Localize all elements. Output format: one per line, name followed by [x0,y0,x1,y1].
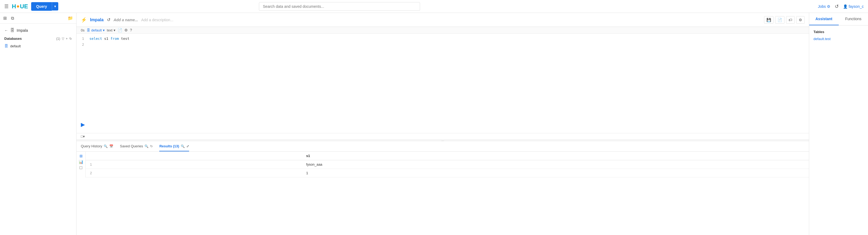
databases-count: (1) [56,37,60,40]
editor-engine-title: Impala [90,18,104,22]
filter-icon[interactable]: ▽ [62,37,64,40]
run-button[interactable]: ▶ [81,121,85,128]
query-history-search-icon[interactable]: 🔍 [104,144,108,148]
table-row-select-icon[interactable]: ☐ [79,166,83,170]
results-area: Query History 🔍 📅 Saved Queries 🔍 ↻ Resu… [76,140,809,235]
line-numbers: 1 2 [76,36,87,131]
sidebar-section-controls: (1) ▽ + ↻ [56,37,72,40]
results-table-icons: ⊞ 📊 ☐ [76,152,86,177]
right-sidebar: Assistant Functions Tables default.test [809,13,868,235]
tag-button[interactable]: 🏷 [786,16,795,24]
sidebar-item-default[interactable]: 🗄 default [2,42,74,50]
tab-assistant[interactable]: Assistant [809,13,839,25]
logo-h: H [12,3,16,10]
editor-desc-input[interactable]: Add a description... [141,18,174,22]
toolbar-settings-icon[interactable]: ⚙ [124,28,128,32]
impala-engine-icon: ⚡ [81,17,87,23]
results-label: Results (13) [159,144,179,148]
editor-name-input[interactable]: Add a name... [114,18,138,22]
saved-queries-label: Saved Queries [120,144,143,148]
row-num-header [86,152,302,160]
results-expand-icon[interactable]: ⤢ [186,144,189,148]
row-2-num: 2 [86,169,302,177]
default-db-label: default [10,44,21,48]
hamburger-icon[interactable]: ☰ [4,3,9,9]
jobs-link[interactable]: Jobs ⚙ [818,4,830,9]
history-icon[interactable]: ↺ [835,3,839,9]
new-doc-button[interactable]: 📄 [775,16,784,24]
settings-button[interactable]: ⚙ [796,16,805,24]
results-search-icon[interactable]: 🔍 [181,144,185,148]
query-history-calendar-icon[interactable]: 📅 [109,144,113,148]
query-time: 0s [81,28,85,32]
user-link[interactable]: 👤 fayson_c [843,4,864,9]
add-db-icon[interactable]: + [66,37,68,40]
logo-ue: UE [20,3,28,10]
user-icon: 👤 [843,4,847,9]
chart-view-icon[interactable]: 📊 [79,160,83,164]
sidebar-databases-section: Databases (1) ▽ + ↻ [2,35,74,42]
line-number-2: 2 [80,42,84,48]
table-item-default-test[interactable]: default.test [813,36,864,42]
editor-header-actions: 💾 📄 🏷 ⚙ [764,16,805,24]
row-2-s1: 1 [302,169,809,177]
sidebar-database-icon: 🗄 [10,28,14,33]
save-doc-button[interactable]: 💾 [764,16,773,24]
saved-queries-refresh-icon[interactable]: ↻ [150,144,153,148]
run-options-icon[interactable]: □▾ [81,135,85,139]
sidebar-impala-label: Impala [17,28,28,32]
line-number-1: 1 [80,36,84,42]
logo-dot-icon [17,5,19,7]
results-with-icons: ⊞ 📊 ☐ s1 1 [76,152,809,177]
grid-view-icon[interactable]: ⊞ [80,154,83,158]
back-arrow-icon: ← [4,28,8,32]
jobs-settings-icon: ⚙ [827,4,830,9]
search-bar [259,2,420,11]
row-1-s1: fyson_aaa [302,160,809,169]
search-input[interactable] [259,2,420,11]
sidebar-nav: ← 🗄 Impala Databases (1) ▽ + ↻ 🗄 default [0,24,76,235]
toolbar-help-icon[interactable]: ? [130,28,132,32]
navbar-right: Jobs ⚙ ↺ 👤 fayson_c [818,3,864,9]
database-icon: 🗄 [4,44,8,48]
code-editor: 1 2 select s1 from test ▶ [76,34,809,134]
left-sidebar: ⊞ ⧉ 📁 ← 🗄 Impala Databases (1) ▽ + ↻ 🗄 [0,13,76,235]
editor-history-icon[interactable]: ↺ [107,17,111,22]
row-1-num: 1 [86,160,302,169]
sidebar-layers-icon[interactable]: ⊞ [3,16,7,21]
sidebar-icons-top: ⊞ ⧉ 📁 [0,13,76,24]
tab-query-history[interactable]: Query History 🔍 📅 [81,141,113,151]
query-btn-group: Query ▾ [31,2,58,11]
table-row: 2 1 [86,169,809,177]
tab-saved-queries[interactable]: Saved Queries 🔍 ↻ [120,141,153,151]
db-icon: 🗄 [87,28,90,32]
sidebar-docs-icon[interactable]: ⧉ [11,16,14,21]
query-dropdown-button[interactable]: ▾ [52,2,58,10]
navbar: ☰ HUE Query ▾ Jobs ⚙ ↺ 👤 fayson_c [0,0,868,13]
db-chevron-icon: ▾ [103,28,105,32]
toolbar-file-icon[interactable]: 📄 [118,28,122,32]
type-selector[interactable]: text ▾ [107,28,116,32]
logo: HUE [12,3,28,10]
db-selector[interactable]: 🗄 default ▾ [87,28,105,32]
sidebar-databases-title: Databases [4,36,22,40]
sidebar-folder-icon[interactable]: 📁 [68,16,73,21]
results-tabs: Query History 🔍 📅 Saved Queries 🔍 ↻ Resu… [76,141,809,152]
table-row: 1 fyson_aaa [86,160,809,169]
refresh-db-icon[interactable]: ↻ [69,37,72,40]
col-s1-header: s1 [302,152,809,160]
editor-toolbar: 0s 🗄 default ▾ text ▾ 📄 ⚙ ? [76,27,809,34]
navbar-left: ☰ HUE Query ▾ [4,2,58,11]
right-sidebar-tabs: Assistant Functions [809,13,868,26]
results-table: s1 1 fyson_aaa 2 1 [86,152,809,177]
tab-functions[interactable]: Functions [839,13,868,25]
db-select-label: default [91,28,102,32]
query-history-label: Query History [81,144,102,148]
run-row: □▾ [76,134,809,140]
query-button[interactable]: Query [31,2,52,11]
code-content[interactable]: select s1 from test [87,36,809,131]
tables-section-title: Tables [813,30,864,34]
sidebar-back-button[interactable]: ← 🗄 Impala [2,26,74,35]
tab-results[interactable]: Results (13) 🔍 ⤢ [159,141,189,151]
saved-queries-search-icon[interactable]: 🔍 [145,144,149,148]
